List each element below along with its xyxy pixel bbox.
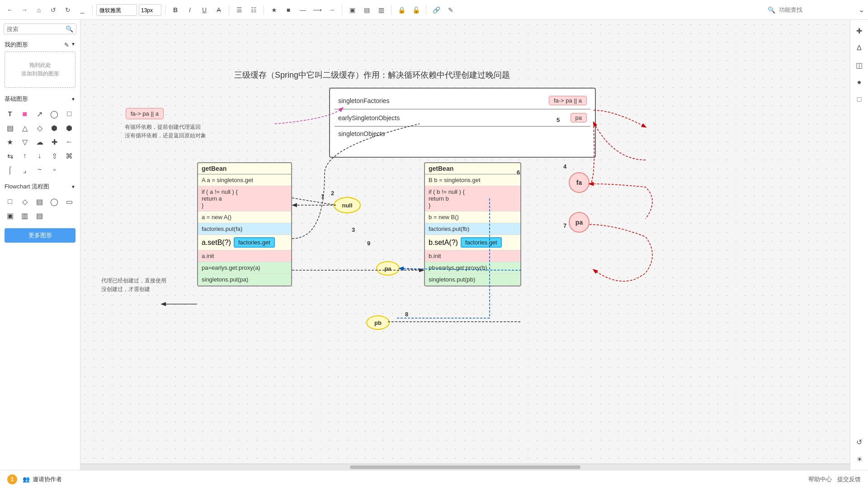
getbean-a-box: getBean A a = singletons.get if ( a != n…: [197, 162, 292, 286]
line-btn[interactable]: ―: [297, 4, 309, 16]
num-7: 7: [563, 222, 566, 229]
flow-circle[interactable]: ◯: [48, 195, 61, 208]
line2-btn[interactable]: ⟶: [311, 4, 324, 16]
tb1-btn[interactable]: ▣: [346, 4, 359, 16]
forward-btn[interactable]: →: [18, 4, 31, 16]
shape-rect-rounded[interactable]: ▤: [4, 122, 16, 134]
tb2-btn[interactable]: ▤: [360, 4, 373, 16]
flow-para[interactable]: ▭: [63, 195, 75, 208]
shape-hex[interactable]: ⬢: [48, 122, 61, 134]
line3-btn[interactable]: →: [326, 4, 338, 16]
shape-up-arrow[interactable]: ↑: [19, 150, 31, 162]
shape-circle[interactable]: ◯: [48, 108, 61, 120]
history-btn[interactable]: ●: [852, 75, 867, 89]
feedback-link[interactable]: 提交反馈: [837, 475, 861, 483]
shape-rect[interactable]: □: [63, 108, 75, 120]
shape-hex2[interactable]: ⬢: [63, 122, 75, 134]
getbean-a-title: getBean: [198, 163, 291, 174]
row-b2-2: return b: [429, 195, 517, 202]
svg-line-0: [292, 198, 336, 205]
flowchart-header[interactable]: Flowchart 流程图 ▼: [0, 180, 80, 193]
edit-icon[interactable]: ✎: [64, 42, 69, 48]
sidebar-search-input[interactable]: [7, 26, 66, 33]
font-name-input[interactable]: 微软雅黑: [96, 4, 137, 16]
shape-arrow[interactable]: ↗: [33, 108, 46, 120]
nav-btn[interactable]: ✚: [852, 23, 867, 38]
lock-btn[interactable]: 🔒: [395, 4, 408, 16]
bold-btn[interactable]: B: [169, 4, 182, 16]
shape-text[interactable]: T: [4, 108, 16, 120]
shape-up-arrow2[interactable]: ⇧: [48, 150, 61, 162]
search-input[interactable]: [779, 6, 855, 13]
zoom-btn[interactable]: ∆: [852, 41, 867, 55]
align-left-btn[interactable]: ☰: [233, 4, 245, 16]
collapse-icon[interactable]: ▼: [71, 42, 75, 48]
row-a1: A a = singletons.get: [198, 174, 291, 186]
more-shapes-container: 更多图形: [0, 224, 80, 243]
shape-star[interactable]: ★: [4, 136, 16, 148]
link-btn[interactable]: 🔗: [430, 4, 443, 16]
flow-rect2[interactable]: ▣: [4, 209, 16, 222]
expand-icon[interactable]: ⌄: [859, 5, 864, 14]
shape-cloud[interactable]: ☁: [33, 136, 46, 148]
flow-rect[interactable]: □: [4, 195, 16, 208]
more-shapes-btn[interactable]: 更多图形: [5, 228, 75, 243]
sidebar-search-box[interactable]: 🔍: [4, 23, 76, 34]
shape-down-tri[interactable]: ▽: [19, 136, 31, 148]
pb-node: pb: [366, 315, 390, 330]
horizontal-scrollbar[interactable]: [80, 464, 850, 470]
basic-shapes-header[interactable]: 基础图形 ▼: [0, 92, 80, 106]
shape-triangle[interactable]: △: [19, 122, 31, 134]
shape-cross[interactable]: ✚: [48, 136, 61, 148]
shape-dn-arrow[interactable]: ↓: [33, 150, 46, 162]
basic-shapes-arrow[interactable]: ▼: [71, 97, 75, 102]
row-a-init: a.init: [198, 250, 291, 262]
shape-dbl-arrow[interactable]: ⇆: [4, 150, 16, 162]
layer-btn[interactable]: ◫: [852, 58, 867, 72]
canvas-area[interactable]: 三级缓存（Spring中它叫二级缓存）作用：解决循环依赖中代理创建过晚问题 fa…: [80, 20, 850, 470]
list-btn[interactable]: ☷: [247, 4, 260, 16]
home-btn[interactable]: ⌂: [33, 4, 45, 16]
getbean-b-title: getBean: [425, 163, 520, 174]
back-btn[interactable]: ←: [4, 4, 16, 16]
my-shapes-drop-area[interactable]: 代理已经创建过，直接使用 拖到此处添加到我的图形: [5, 52, 75, 88]
chat-btn[interactable]: ☀: [852, 452, 867, 466]
tb3-btn[interactable]: ▥: [375, 4, 387, 16]
redo-btn[interactable]: ↻: [61, 4, 74, 16]
font-size-input[interactable]: 13px: [139, 4, 161, 16]
undo-btn[interactable]: ↺: [47, 4, 60, 16]
shape-arrow-left[interactable]: ←: [63, 136, 75, 148]
shape-diamond[interactable]: ◇: [33, 122, 46, 134]
format-btn[interactable]: ⎯: [76, 4, 89, 16]
shape-bracket[interactable]: ⌟: [19, 164, 31, 176]
lock2-btn[interactable]: 🔓: [410, 4, 422, 16]
row-b2: if ( b != null ) { return b }: [425, 186, 520, 211]
invite-btn[interactable]: 👥 邀请协作者: [23, 475, 62, 483]
row-b-init: b.init: [425, 250, 520, 262]
undo2-btn[interactable]: ↺: [852, 435, 867, 449]
paint-btn[interactable]: ★: [268, 4, 280, 16]
italic-btn[interactable]: I: [184, 4, 196, 16]
singleton-factories-value: fa-> pa || a: [549, 96, 587, 105]
shape-rect2[interactable]: ▫: [48, 164, 61, 176]
flow-diamond[interactable]: ◇: [19, 195, 31, 208]
my-shapes-header[interactable]: 我的图形 ✎ ▼: [0, 38, 80, 52]
help-link[interactable]: 帮助中心: [808, 475, 832, 483]
flow-rect3[interactable]: ▥: [19, 209, 31, 222]
note-btn[interactable]: □: [852, 92, 867, 107]
sidebar-search-icon: 🔍: [66, 25, 73, 33]
flow-rect4[interactable]: ▤: [33, 209, 46, 222]
diagram: 三级缓存（Spring中它叫二级缓存）作用：解决循环依赖中代理创建过晚问题 fa…: [80, 20, 850, 470]
shape-arc[interactable]: ⌘: [63, 150, 75, 162]
flowchart-arrow[interactable]: ▼: [71, 184, 75, 189]
highlight-btn[interactable]: ■: [282, 4, 295, 16]
flow-roundrect[interactable]: ▤: [33, 195, 46, 208]
shape-sticky[interactable]: ■: [19, 108, 31, 120]
pen-btn[interactable]: ✎: [444, 4, 457, 16]
strikethrough-btn[interactable]: A: [212, 4, 225, 16]
early-singleton-row: earlySingletonObjects pa: [335, 110, 590, 125]
underline-btn[interactable]: U: [198, 4, 211, 16]
shape-wave[interactable]: ~: [33, 164, 46, 176]
row-a2-1: if ( a != null ) {: [202, 188, 288, 195]
shape-arc2[interactable]: ⌠: [4, 164, 16, 176]
